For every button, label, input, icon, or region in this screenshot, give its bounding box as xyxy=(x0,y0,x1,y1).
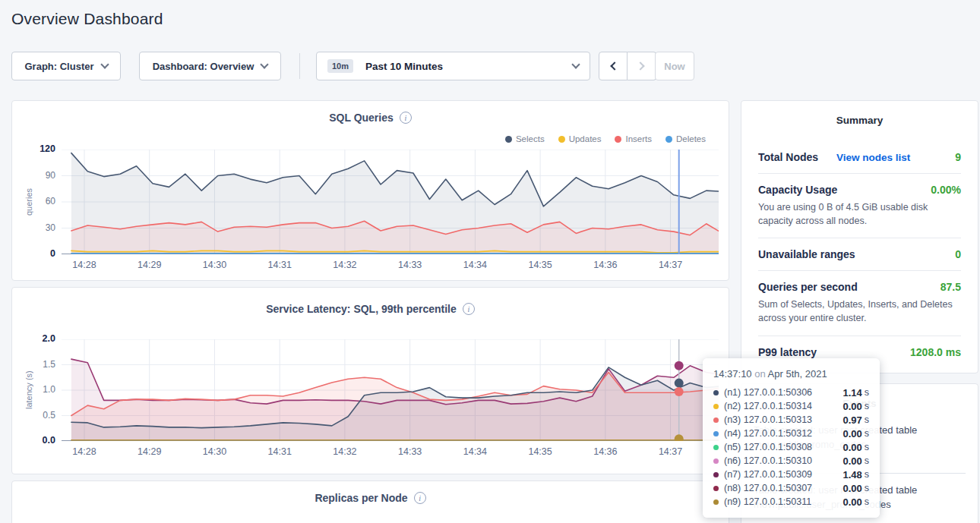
node-color-dot-icon xyxy=(713,417,719,423)
x-axis-tick-label: 14:33 xyxy=(398,260,422,270)
prev-range-button[interactable] xyxy=(599,52,628,80)
y-axis-tick-label: 1.5 xyxy=(17,359,55,370)
chevron-left-icon xyxy=(610,61,618,70)
summary-subtext: Sum of Selects, Updates, Inserts, and De… xyxy=(758,298,961,325)
time-range-label: Past 10 Minutes xyxy=(365,61,573,72)
x-axis-tick-label: 14:37 xyxy=(659,446,682,457)
info-icon[interactable]: i xyxy=(463,303,475,315)
sql-queries-plot[interactable] xyxy=(62,150,719,254)
x-axis-tick-label: 14:35 xyxy=(528,260,552,270)
tooltip-node-row: (n8) 127.0.0.1:503070.00s xyxy=(713,481,869,495)
x-axis-tick-label: 14:31 xyxy=(268,260,292,270)
now-button[interactable]: Now xyxy=(655,52,694,80)
node-address: (n2) 127.0.0.1:50314 xyxy=(724,401,842,411)
tooltip-node-row: (n2) 127.0.0.1:503140.00s xyxy=(713,399,869,413)
replicas-per-node-panel: Replicas per Node i xyxy=(11,480,729,523)
next-range-button[interactable] xyxy=(628,52,656,80)
x-axis-tick-label: 14:28 xyxy=(72,260,96,270)
service-latency-panel: Service Latency: SQL, 99th percentile i … xyxy=(11,287,729,474)
x-axis-tick-label: 14:37 xyxy=(659,260,682,270)
node-color-dot-icon xyxy=(713,499,719,505)
node-color-dot-icon xyxy=(713,445,719,450)
chevron-down-icon xyxy=(100,60,109,68)
x-axis-tick-label: 14:34 xyxy=(463,446,487,457)
y-axis-tick-label: 2.0 xyxy=(17,333,55,344)
legend-item: Inserts xyxy=(615,134,652,143)
node-latency-value: 0.00 xyxy=(842,496,861,508)
legend-label: Selects xyxy=(516,134,545,143)
x-axis-tick-label: 14:30 xyxy=(203,260,226,270)
tooltip-rows: (n1) 127.0.0.1:503061.14s(n2) 127.0.0.1:… xyxy=(713,386,869,509)
latency-unit: s xyxy=(865,387,869,398)
tooltip-node-row: (n1) 127.0.0.1:503061.14s xyxy=(713,386,869,399)
y-axis-tick-label: 60 xyxy=(17,196,55,206)
node-color-dot-icon xyxy=(713,431,719,436)
chart-title: Replicas per Node xyxy=(315,492,407,504)
legend-label: Updates xyxy=(569,134,602,143)
legend-dot-icon xyxy=(615,136,621,143)
summary-row-total-nodes: Total Nodes View nodes list 9 xyxy=(758,141,961,173)
node-latency-value: 0.97 xyxy=(842,414,861,426)
sql-queries-panel: SQL Queries i SelectsUpdatesInsertsDelet… xyxy=(11,100,729,281)
summary-value: 0.00% xyxy=(931,184,961,196)
latency-unit: s xyxy=(865,496,869,507)
node-color-dot-icon xyxy=(713,486,719,491)
legend-label: Inserts xyxy=(625,134,652,143)
node-address: (n8) 127.0.0.1:50307 xyxy=(724,483,842,493)
node-latency-value: 0.00 xyxy=(842,428,861,440)
summary-label: Capacity Usage xyxy=(758,184,837,196)
legend-label: Deletes xyxy=(676,134,706,143)
node-latency-value: 0.00 xyxy=(842,455,861,467)
tooltip-node-row: (n7) 127.0.0.1:503091.48s xyxy=(713,468,869,481)
summary-label: Unavailable ranges xyxy=(758,248,855,260)
info-icon[interactable]: i xyxy=(414,492,426,504)
service-latency-plot[interactable] xyxy=(62,339,719,441)
overview-dashboard-page: Overview Dashboard Graph: Cluster Dashbo… xyxy=(0,0,980,523)
tooltip-node-row: (n4) 127.0.0.1:503120.00s xyxy=(713,427,869,440)
latency-unit: s xyxy=(865,469,869,480)
view-nodes-list-link[interactable]: View nodes list xyxy=(827,152,910,163)
legend-item: Deletes xyxy=(665,134,706,143)
dashboard-dropdown[interactable]: Dashboard: Overview xyxy=(139,52,281,80)
time-pager xyxy=(599,52,656,80)
y-axis-tick-label: 90 xyxy=(17,170,55,181)
node-color-dot-icon xyxy=(713,472,719,477)
latency-unit: s xyxy=(865,455,869,466)
summary-value: 87.5 xyxy=(940,281,961,293)
x-axis-tick-label: 14:34 xyxy=(463,260,487,270)
summary-label: Queries per second xyxy=(758,281,858,293)
x-axis-tick-label: 14:35 xyxy=(528,446,552,457)
summary-row-unavailable-ranges: Unavailable ranges 0 xyxy=(758,238,961,270)
summary-label: Total Nodes xyxy=(758,151,818,163)
x-axis-tick-label: 14:36 xyxy=(593,446,617,457)
node-address: (n6) 127.0.0.1:50310 xyxy=(724,455,842,466)
legend-dot-icon xyxy=(665,136,672,143)
summary-value: 9 xyxy=(955,151,961,163)
latency-unit: s xyxy=(865,442,869,452)
summary-panel: Summary Total Nodes View nodes list 9 Ca… xyxy=(741,100,978,373)
chart-hover-tooltip: 14:37:10 on Apr 5th, 2021 (n1) 127.0.0.1… xyxy=(703,358,880,518)
x-axis-tick-label: 14:32 xyxy=(333,260,356,270)
legend-item: Updates xyxy=(558,134,602,143)
node-address: (n4) 127.0.0.1:50312 xyxy=(724,428,842,439)
latency-unit: s xyxy=(865,414,869,425)
graph-dropdown-label: Graph: Cluster xyxy=(24,61,93,72)
legend-dot-icon xyxy=(505,136,512,143)
graph-dropdown[interactable]: Graph: Cluster xyxy=(11,52,121,80)
node-color-dot-icon xyxy=(713,458,719,464)
node-latency-value: 1.14 xyxy=(842,387,861,399)
chevron-down-icon xyxy=(261,60,269,68)
info-icon[interactable]: i xyxy=(400,112,412,124)
tooltip-node-row: (n6) 127.0.0.1:503100.00s xyxy=(713,454,869,468)
y-axis-tick-label: 0.5 xyxy=(17,410,55,421)
latency-unit: s xyxy=(865,401,869,411)
node-latency-value: 0.00 xyxy=(842,483,861,494)
dashboard-dropdown-label: Dashboard: Overview xyxy=(153,61,254,72)
y-axis-tick-label: 120 xyxy=(17,143,55,154)
summary-value: 0 xyxy=(955,248,961,260)
x-axis-tick-label: 14:28 xyxy=(72,446,96,457)
time-range-selector[interactable]: 10m Past 10 Minutes xyxy=(316,52,590,80)
node-latency-value: 0.00 xyxy=(842,442,861,453)
chart-legend: SelectsUpdatesInsertsDeletes xyxy=(505,134,706,143)
chevron-down-icon xyxy=(571,60,580,68)
